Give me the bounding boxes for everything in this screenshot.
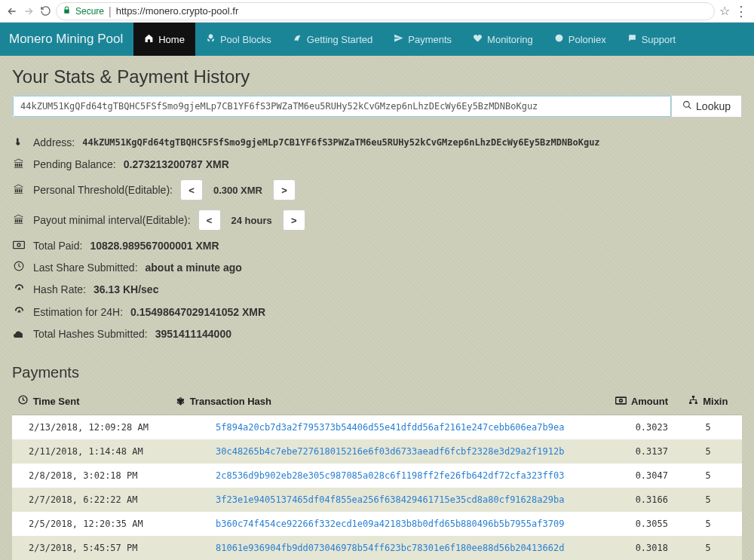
th-amount: Amount	[631, 396, 668, 407]
address-bar[interactable]: Secure | https://monero.crypto-pool.fr	[56, 2, 715, 20]
clock-icon	[18, 396, 28, 407]
threshold-decrease-button[interactable]: <	[180, 179, 203, 200]
tx-hash-link[interactable]: 2c8536d9b902eb28e305c987085a028c6f1198ff…	[216, 470, 564, 481]
nav-payments[interactable]: Payments	[383, 23, 462, 56]
nav-label: Payments	[408, 34, 452, 45]
nav-label: Support	[642, 34, 676, 45]
browser-menu-icon[interactable]: ⋮	[734, 5, 748, 18]
svg-point-3	[17, 243, 20, 246]
address-label: Address:	[33, 136, 75, 148]
forward-button[interactable]	[23, 5, 35, 17]
key-icon	[12, 136, 26, 149]
lock-icon	[63, 6, 71, 17]
send-icon	[394, 33, 403, 45]
payment-time: 2/8/2018, 3:02:18 PM	[12, 464, 170, 488]
bookmark-star-icon[interactable]: ☆	[719, 4, 730, 18]
sitemap-icon	[688, 396, 698, 407]
table-row: 2/13/2018, 12:09:28 AM5f894a20cb7d3a2f79…	[12, 415, 742, 440]
back-button[interactable]	[6, 5, 18, 17]
nav-pool-blocks[interactable]: Pool Blocks	[195, 23, 282, 56]
money-icon	[12, 240, 26, 252]
svg-rect-10	[694, 402, 697, 404]
interval-value: 24 hours	[228, 210, 275, 231]
threshold-label: Personal Threshold(Editable):	[33, 184, 173, 196]
nav-home[interactable]: Home	[133, 23, 195, 56]
main-navbar: Monero Mining Pool HomePool BlocksGettin…	[0, 23, 754, 56]
secure-label: Secure	[75, 6, 104, 17]
lookup-button[interactable]: Lookup	[671, 96, 741, 117]
nav-label: Monitoring	[487, 34, 533, 45]
bank-icon: 🏛	[12, 184, 26, 196]
payment-mixin: 5	[674, 488, 742, 512]
total-hashes-value: 3951411144000	[155, 328, 231, 340]
interval-label: Payout minimal interval(Editable):	[33, 214, 191, 226]
pending-balance-label: Pending Balance:	[33, 158, 116, 170]
hash-rate-label: Hash Rate:	[33, 283, 86, 295]
payment-mixin: 5	[674, 415, 742, 440]
payment-mixin: 5	[674, 439, 742, 464]
payment-mixin: 5	[674, 464, 742, 488]
total-hashes-label: Total Hashes Submitted:	[33, 328, 148, 340]
paw-icon: ✾	[176, 396, 185, 407]
nav-label: Home	[158, 34, 185, 45]
chat-icon	[627, 33, 637, 45]
brand-title[interactable]: Monero Mining Pool	[9, 32, 133, 47]
nav-monitoring[interactable]: Monitoring	[462, 23, 544, 56]
payment-time: 2/7/2018, 6:22:22 AM	[12, 488, 170, 512]
payment-time: 2/5/2018, 12:20:35 AM	[12, 512, 170, 536]
cubes-icon	[206, 33, 216, 45]
payment-amount: 0.3137	[591, 439, 674, 464]
tx-hash-link[interactable]: 81061e936904fb9dd073046978b54ff623bc7830…	[216, 543, 564, 553]
payment-hash: 30c48265b4c7ebe727618015216e6f03d6733aea…	[170, 439, 591, 464]
svg-point-7	[619, 399, 622, 402]
heartbeat-icon	[473, 33, 483, 45]
address-input[interactable]	[13, 96, 671, 117]
est24-value: 0.15498647029141052 XMR	[130, 306, 265, 318]
payment-amount: 0.3047	[591, 464, 674, 488]
tx-hash-link[interactable]: 5f894a20cb7d3a2f795373b54406d55e41dfdd56…	[216, 422, 564, 433]
browser-chrome: Secure | https://monero.crypto-pool.fr ☆…	[0, 0, 754, 23]
tx-hash-link[interactable]: b360c74f454ce92266f332ecd1e09a42183b8b0d…	[216, 519, 564, 529]
interval-increase-button[interactable]: >	[283, 210, 305, 231]
exchange-icon	[554, 33, 564, 45]
page-viewport: Monero Mining Pool HomePool BlocksGettin…	[0, 23, 754, 560]
th-mixin: Mixin	[703, 396, 728, 407]
lookup-button-label: Lookup	[696, 100, 731, 112]
payment-mixin: 5	[674, 512, 742, 536]
svg-point-1	[684, 102, 690, 108]
payment-hash: 5f894a20cb7d3a2f795373b54406d55e41dfdd56…	[170, 415, 591, 440]
interval-decrease-button[interactable]: <	[198, 210, 221, 231]
nav-label: Poloniex	[569, 34, 606, 45]
threshold-value: 0.300 XMR	[210, 179, 265, 200]
home-icon	[144, 33, 154, 45]
table-row: 2/5/2018, 12:20:35 AMb360c74f454ce92266f…	[12, 512, 742, 536]
nav-label: Pool Blocks	[220, 34, 271, 45]
rocket-icon	[293, 33, 302, 45]
tx-hash-link[interactable]: 30c48265b4c7ebe727618015216e6f03d6733aea…	[216, 446, 564, 457]
pending-balance-value: 0.273213200787 XMR	[124, 158, 229, 170]
reload-button[interactable]	[39, 5, 51, 17]
th-time: Time Sent	[33, 396, 80, 407]
table-row: 2/11/2018, 1:14:48 AM30c48265b4c7ebe7276…	[12, 439, 742, 464]
bank-icon: 🏛	[12, 214, 26, 226]
clock-icon	[12, 261, 26, 274]
address-value: 44kZUM51KgQFd64tgTBQHC5FSfSmo9gjeMLp7CB1…	[82, 137, 599, 148]
table-row: 2/8/2018, 3:02:18 PM2c8536d9b902eb28e305…	[12, 464, 742, 488]
nav-support[interactable]: Support	[617, 23, 687, 56]
bank-icon: 🏛	[12, 158, 26, 170]
payment-time: 2/13/2018, 12:09:28 AM	[12, 415, 170, 440]
nav-poloniex[interactable]: Poloniex	[544, 23, 617, 56]
svg-rect-9	[689, 402, 691, 404]
table-row: 2/3/2018, 5:45:57 PM81061e936904fb9dd073…	[12, 536, 742, 560]
nav-getting-started[interactable]: Getting Started	[282, 23, 383, 56]
tx-hash-link[interactable]: 3f23e1e9405137465df04f855ea256f638429461…	[216, 494, 564, 505]
threshold-increase-button[interactable]: >	[273, 179, 296, 200]
payment-hash: 81061e936904fb9dd073046978b54ff623bc7830…	[170, 536, 591, 560]
payment-mixin: 5	[674, 536, 742, 560]
total-paid-label: Total Paid:	[33, 240, 82, 252]
search-icon	[682, 100, 692, 112]
svg-point-0	[555, 35, 562, 42]
tachometer-icon	[12, 283, 26, 296]
last-share-value: about a minute ago	[146, 262, 242, 274]
svg-rect-8	[691, 396, 694, 398]
